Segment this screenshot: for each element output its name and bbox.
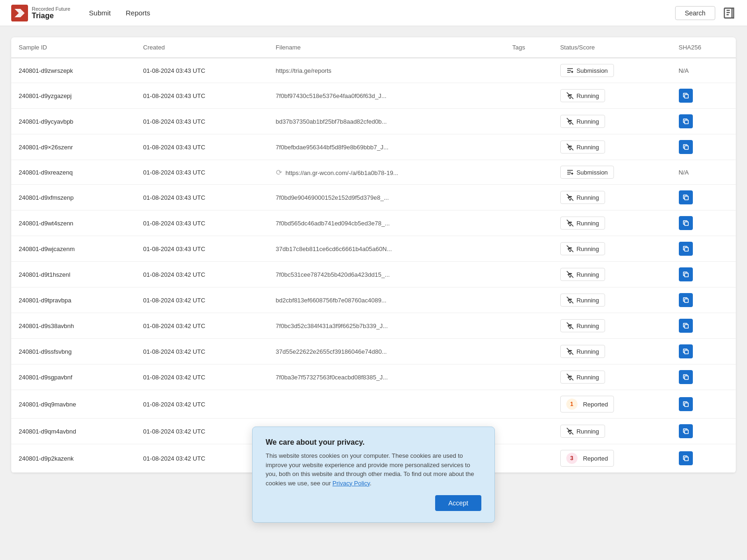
- copy-sha-button[interactable]: [679, 370, 693, 384]
- table-row[interactable]: 240801-d9xfmszenp01-08-2024 03:43 UTC7f0…: [11, 185, 736, 210]
- status-label: Running: [577, 118, 599, 125]
- created-cell: 01-08-2024 03:42 UTC: [136, 287, 268, 313]
- status-badge: Running: [560, 425, 605, 438]
- status-badge: Running: [560, 345, 605, 358]
- svg-rect-13: [684, 222, 688, 225]
- filename-cell: 37d55e22622e2655cf39186046e74d80...: [268, 339, 505, 364]
- table-row[interactable]: 240801-d9zwrszepk01-08-2024 03:43 UTChtt…: [11, 58, 736, 83]
- sample-id-cell: 240801-d9p2kazenk: [11, 444, 136, 473]
- sha256-cell: [671, 444, 736, 473]
- created-cell: 01-08-2024 03:43 UTC: [136, 236, 268, 262]
- table-row[interactable]: 240801-d9×26szenr01-08-2024 03:43 UTC7f0…: [11, 134, 736, 160]
- main-nav: Submit Reports: [89, 9, 150, 17]
- score-badge: 3: [566, 453, 578, 464]
- tags-cell: [505, 419, 552, 444]
- submission-icon: [566, 67, 574, 74]
- book-icon[interactable]: [723, 7, 736, 20]
- filename-cell: 7f0befbdae956344bf5d8f9e8b69bbb7_J...: [268, 134, 505, 160]
- copy-sha-button[interactable]: [679, 451, 693, 465]
- tags-cell: [505, 109, 552, 134]
- logo-text: Recorded Future Triage: [32, 6, 70, 20]
- svg-rect-6: [684, 94, 688, 98]
- status-label: Running: [577, 220, 599, 227]
- cookie-body: This website stores cookies on your comp…: [266, 452, 474, 484]
- table-row[interactable]: 240801-d9wjcazenm01-08-2024 03:43 UTC37d…: [11, 236, 736, 262]
- svg-rect-14: [684, 247, 688, 251]
- status-cell: Running: [553, 339, 671, 364]
- copy-sha-button[interactable]: [679, 89, 693, 103]
- sha256-cell: [671, 83, 736, 109]
- sample-id-cell: 240801-d9ycyavbpb: [11, 109, 136, 134]
- table-row[interactable]: 240801-d9ycyavbpb01-08-2024 03:43 UTCbd3…: [11, 109, 736, 134]
- svg-rect-12: [684, 196, 688, 200]
- table-row[interactable]: 240801-d9xreazenq01-08-2024 03:43 UTC⟳ht…: [11, 160, 736, 185]
- tags-cell: [505, 210, 552, 236]
- sha256-cell: [671, 185, 736, 210]
- table-row[interactable]: 240801-d9tpravbpa01-08-2024 03:42 UTCbd2…: [11, 287, 736, 313]
- sha256-cell: [671, 210, 736, 236]
- filename-text: https://an.gr-wcon.com/-/a/6b1a0b78-19..…: [286, 169, 398, 176]
- main-content: Sample ID Created Filename Tags Status/S…: [0, 26, 747, 484]
- copy-sha-button[interactable]: [679, 140, 693, 154]
- tags-cell: [505, 58, 552, 83]
- svg-rect-8: [684, 146, 688, 149]
- copy-sha-button[interactable]: [679, 242, 693, 256]
- table-body: 240801-d9zwrszepk01-08-2024 03:43 UTChtt…: [11, 58, 736, 473]
- table-row[interactable]: 240801-d9s38avbnh01-08-2024 03:42 UTC7f0…: [11, 313, 736, 339]
- status-label: Running: [577, 194, 599, 201]
- sha256-cell: [671, 339, 736, 364]
- table-row[interactable]: 240801-d9yzgazepj01-08-2024 03:43 UTC7f0…: [11, 83, 736, 109]
- copy-sha-button[interactable]: [679, 190, 693, 204]
- status-label: Reported: [583, 455, 608, 462]
- table-row[interactable]: 240801-d9wt4szenn01-08-2024 03:43 UTC7f0…: [11, 210, 736, 236]
- running-icon: [566, 271, 574, 278]
- cookie-text: This website stores cookies on your comp…: [266, 451, 481, 484]
- col-status: Status/Score: [553, 37, 671, 58]
- status-label: Submission: [577, 67, 608, 74]
- filename-text: 37d55e22622e2655cf39186046e74d80...: [276, 348, 387, 355]
- copy-sha-button[interactable]: [679, 397, 693, 411]
- copy-sha-button[interactable]: [679, 344, 693, 358]
- tags-cell: [505, 390, 552, 419]
- col-sample-id: Sample ID: [11, 37, 136, 58]
- search-button[interactable]: Search: [675, 6, 715, 20]
- filename-text: 7f0bd565dc46adb741ed094cb5ed3e78_...: [276, 220, 390, 227]
- running-icon: [566, 92, 574, 99]
- table-header: Sample ID Created Filename Tags Status/S…: [11, 37, 736, 58]
- svg-rect-15: [684, 273, 688, 277]
- status-cell: Submission: [553, 160, 671, 185]
- status-label: Submission: [577, 169, 608, 176]
- filename-text: 7f0bc531cee78742b5b420d6a423dd15_...: [276, 271, 390, 278]
- status-label: Running: [577, 144, 599, 151]
- copy-sha-button[interactable]: [679, 319, 693, 333]
- filename-text: 7f0befbdae956344bf5d8f9e8b69bbb7_J...: [276, 144, 388, 151]
- logo-area[interactable]: Recorded Future Triage: [11, 5, 70, 21]
- table-row[interactable]: 240801-d9t1hszenl01-08-2024 03:42 UTC7f0…: [11, 262, 736, 287]
- copy-sha-button[interactable]: [679, 114, 693, 128]
- status-label: Running: [577, 374, 599, 381]
- svg-rect-21: [684, 430, 688, 434]
- privacy-policy-link[interactable]: Privacy Policy: [332, 480, 370, 484]
- copy-sha-button[interactable]: [679, 216, 693, 230]
- status-badge: Running: [560, 371, 605, 384]
- filename-cell: https://tria.ge/reports: [268, 58, 505, 83]
- status-badge: Running: [560, 319, 605, 332]
- created-cell: 01-08-2024 03:43 UTC: [136, 58, 268, 83]
- refresh-icon[interactable]: ⟳: [276, 168, 282, 176]
- brand-rf: Recorded Future: [32, 6, 70, 12]
- copy-sha-button[interactable]: [679, 267, 693, 281]
- status-badge: 3 Reported: [560, 450, 614, 467]
- table-row[interactable]: 240801-d9q9mavbne01-08-2024 03:42 UTC 1 …: [11, 390, 736, 419]
- status-label: Running: [577, 92, 599, 99]
- table-row[interactable]: 240801-d9sgpavbnf01-08-2024 03:42 UTC7f0…: [11, 364, 736, 390]
- nav-reports[interactable]: Reports: [126, 9, 150, 17]
- nav-submit[interactable]: Submit: [89, 9, 111, 17]
- status-cell: 1 Reported: [553, 390, 671, 419]
- created-cell: 01-08-2024 03:42 UTC: [136, 262, 268, 287]
- status-cell: Running: [553, 109, 671, 134]
- svg-rect-18: [684, 350, 688, 354]
- copy-sha-button[interactable]: [679, 424, 693, 438]
- table-row[interactable]: 240801-d9ssfsvbng01-08-2024 03:42 UTC37d…: [11, 339, 736, 364]
- copy-sha-button[interactable]: [679, 293, 693, 307]
- status-badge: Running: [560, 89, 605, 102]
